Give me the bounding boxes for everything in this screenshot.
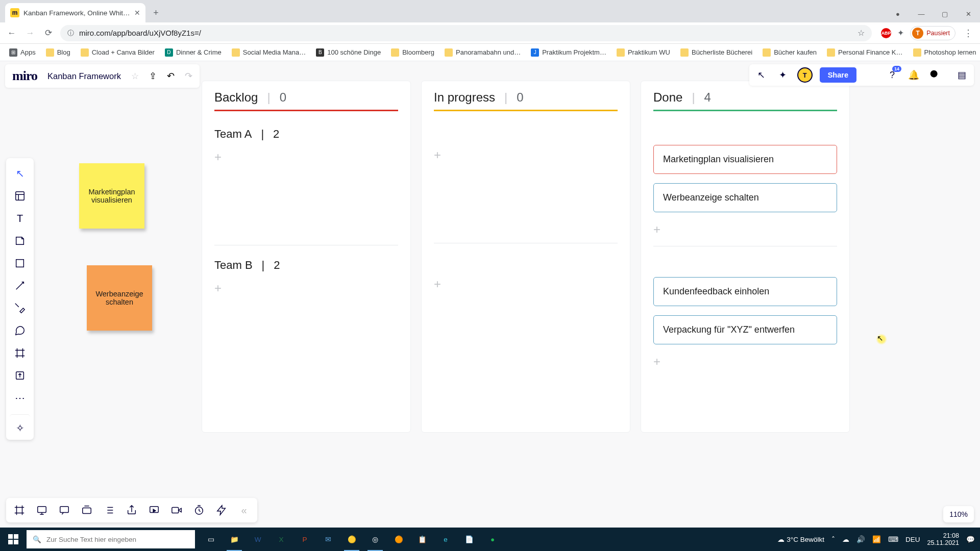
star-icon[interactable]: ☆: [131, 71, 139, 82]
present-icon[interactable]: [33, 501, 51, 519]
user-avatar[interactable]: T: [797, 67, 813, 83]
bookmark-item[interactable]: Bücherliste Bücherei: [676, 46, 756, 59]
wifi-icon[interactable]: 📶: [872, 535, 881, 543]
bookmark-item[interactable]: DDinner & Crime: [161, 46, 226, 59]
bookmark-item[interactable]: Panoramabahn und…: [440, 46, 525, 59]
share-link-icon[interactable]: [122, 501, 141, 519]
cursor-mode-icon[interactable]: ↖: [754, 68, 769, 82]
settings-icon[interactable]: [864, 68, 878, 82]
add-card-icon[interactable]: +: [434, 146, 618, 164]
text-tool-icon[interactable]: T: [10, 208, 30, 229]
spotify-icon[interactable]: ●: [482, 528, 503, 551]
bookmark-item[interactable]: Blog: [42, 46, 75, 59]
sticky-tool-icon[interactable]: [10, 231, 30, 251]
language-indicator[interactable]: DEU: [905, 536, 920, 543]
bolt-icon[interactable]: [212, 501, 231, 519]
tray-chevron-icon[interactable]: ˄: [831, 535, 835, 543]
kanban-card[interactable]: Verpackung für "XYZ" entwerfen: [653, 315, 837, 344]
bookmark-item[interactable]: Cload + Canva Bilder: [77, 46, 159, 59]
bookmark-item[interactable]: B100 schöne Dinge: [312, 46, 385, 59]
board-title[interactable]: Kanban Framework: [47, 71, 121, 81]
activity-panel-icon[interactable]: ▤: [954, 68, 969, 82]
sticky-note-orange[interactable]: Werbeanzeige schalten: [87, 265, 152, 331]
apps-button[interactable]: ⊞Apps: [5, 46, 40, 59]
bookmark-star-icon[interactable]: ☆: [857, 28, 865, 38]
edge-icon[interactable]: e: [435, 528, 456, 551]
profile-chip[interactable]: T Pausiert: [910, 26, 955, 40]
sticky-note-yellow[interactable]: Marketingplan visualisieren: [79, 163, 144, 229]
select-tool-icon[interactable]: ↖: [10, 163, 30, 184]
frames-icon[interactable]: [10, 501, 29, 519]
comment-tool-icon[interactable]: [10, 320, 30, 341]
ai-tool-icon[interactable]: ✧: [10, 414, 30, 435]
word-icon[interactable]: W: [247, 528, 268, 551]
bookmark-item[interactable]: Personal Finance K…: [823, 46, 906, 59]
collapse-icon[interactable]: «: [235, 501, 253, 519]
new-tab-button[interactable]: +: [149, 5, 164, 20]
bookmark-item[interactable]: Social Media Mana…: [228, 46, 310, 59]
minimize-icon[interactable]: —: [910, 5, 933, 22]
app-icon[interactable]: 📋: [411, 528, 433, 551]
video-icon[interactable]: [167, 501, 186, 519]
kanban-col-inprogress[interactable]: In progress | 0 + +: [421, 81, 630, 433]
add-card-icon[interactable]: +: [214, 148, 398, 166]
reload-icon[interactable]: ⟳: [42, 27, 55, 40]
weather-widget[interactable]: ☁ 3°C Bewölkt: [777, 535, 824, 543]
card-icon[interactable]: [78, 501, 96, 519]
browser-tab[interactable]: m Kanban Framework, Online Whit… ✕: [5, 3, 145, 22]
keyboard-icon[interactable]: ⌨: [888, 535, 898, 543]
frame-tool-icon[interactable]: [10, 343, 30, 363]
chrome-menu-icon[interactable]: ⋮: [962, 28, 975, 39]
start-button[interactable]: [0, 534, 27, 544]
obs-icon[interactable]: ◎: [364, 528, 386, 551]
adblock-icon[interactable]: ABP: [881, 28, 891, 38]
line-tool-icon[interactable]: [10, 276, 30, 296]
share-button[interactable]: Share: [820, 67, 856, 83]
notifications-icon[interactable]: 🔔: [906, 68, 921, 82]
powerpoint-icon[interactable]: P: [294, 528, 315, 551]
kanban-col-backlog[interactable]: Backlog | 0 Team A|2 + Team B|2 +: [202, 81, 411, 433]
volume-icon[interactable]: 🔊: [856, 535, 865, 543]
timer-icon[interactable]: [190, 501, 208, 519]
list-icon[interactable]: [100, 501, 118, 519]
pen-tool-icon[interactable]: [10, 298, 30, 318]
add-card-icon[interactable]: +: [653, 220, 837, 239]
notepad-icon[interactable]: 📄: [458, 528, 480, 551]
templates-tool-icon[interactable]: [10, 186, 30, 206]
onedrive-icon[interactable]: ☁: [842, 535, 849, 543]
reactions-icon[interactable]: ✦: [776, 68, 790, 82]
bookmark-item[interactable]: Photoshop lernen: [909, 46, 981, 59]
app-icon[interactable]: 🟠: [388, 528, 409, 551]
chrome-icon[interactable]: 🟡: [341, 528, 362, 551]
export-icon[interactable]: ⇪: [149, 70, 157, 82]
close-window-icon[interactable]: ✕: [957, 5, 980, 22]
back-icon[interactable]: ←: [5, 27, 18, 40]
kanban-card[interactable]: Kundenfeedback einholen: [653, 277, 837, 306]
explorer-icon[interactable]: 📁: [224, 528, 245, 551]
notifications-tray-icon[interactable]: 💬: [966, 535, 975, 543]
help-icon[interactable]: ?14: [885, 68, 899, 82]
bookmark-item[interactable]: JPraktikum Projektm…: [527, 46, 610, 59]
add-card-icon[interactable]: +: [214, 279, 398, 297]
account-dot-icon[interactable]: ●: [886, 5, 910, 22]
kanban-card[interactable]: Werbeanzeige schalten: [653, 183, 837, 212]
shape-tool-icon[interactable]: [10, 253, 30, 273]
excel-icon[interactable]: X: [271, 528, 292, 551]
kanban-card[interactable]: Marketingplan visualisieren: [653, 145, 837, 174]
upload-tool-icon[interactable]: [10, 365, 30, 386]
more-tools-icon[interactable]: ⋯: [10, 388, 30, 408]
bookmark-item[interactable]: Bloomberg: [387, 46, 438, 59]
zoom-level[interactable]: 110%: [943, 506, 974, 522]
close-tab-icon[interactable]: ✕: [134, 9, 140, 17]
address-bar[interactable]: ⓘ miro.com/app/board/uXjVOf8yZ1s=/ ☆: [60, 25, 872, 41]
extensions-icon[interactable]: ✦: [897, 28, 904, 38]
screen-icon[interactable]: [145, 501, 163, 519]
comments-icon[interactable]: [55, 501, 74, 519]
bookmark-item[interactable]: Bücher kaufen: [758, 46, 821, 59]
bookmark-item[interactable]: Praktikum WU: [612, 46, 674, 59]
kanban-col-done[interactable]: Done | 4 Marketingplan visualisieren Wer…: [641, 81, 850, 433]
miro-logo[interactable]: miro: [12, 68, 37, 84]
search-icon[interactable]: [928, 68, 942, 82]
add-card-icon[interactable]: +: [653, 353, 837, 371]
task-view-icon[interactable]: ▭: [200, 528, 222, 551]
